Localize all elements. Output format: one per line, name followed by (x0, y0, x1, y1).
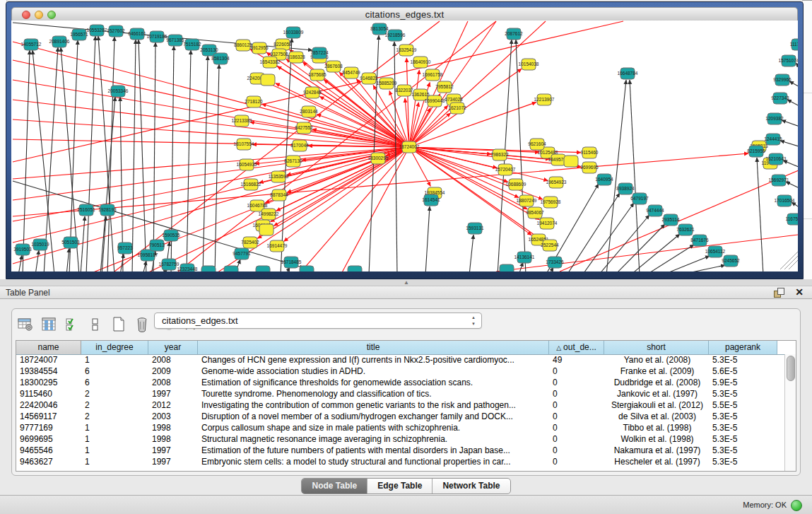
graph-node[interactable]: 3919503 (13, 244, 32, 255)
column-header-name[interactable]: name (16, 341, 81, 354)
graph-node[interactable]: 9242848 (303, 87, 322, 98)
graph-node[interactable]: 9854067 (526, 207, 544, 218)
cell-pagerank[interactable]: 5.3E-5 (709, 422, 777, 433)
graph-node[interactable]: 5051503 (61, 237, 80, 248)
column-header-title[interactable]: title (198, 341, 549, 354)
cell-title[interactable]: Corpus callosum shape and size in male p… (198, 422, 549, 433)
table-row-9115460[interactable]: 911546021997Tourette syndrome. Phenomeno… (16, 388, 785, 399)
cell-year[interactable]: 2008 (148, 377, 198, 388)
cell-year[interactable]: 1998 (148, 422, 198, 433)
cell-out_degree[interactable]: 0 (549, 411, 604, 422)
cell-short[interactable]: de Silva et al. (2003) (604, 411, 709, 422)
graph-node[interactable]: 1117533 (790, 39, 798, 50)
network-canvas[interactable]: 1872400788601238912955822605893275081654… (11, 21, 798, 271)
graph-node[interactable]: 1640954 (595, 174, 613, 185)
graph-node[interactable]: 2935114 (662, 214, 680, 226)
table-row-9463627[interactable]: 946362711997Embryonic stem cells: a mode… (16, 456, 785, 467)
graph-node[interactable]: 8427552 (295, 122, 313, 134)
cell-name[interactable]: 14569117 (16, 411, 81, 422)
graph-node[interactable]: 8860123 (234, 40, 252, 51)
cell-name[interactable]: 22420046 (16, 399, 81, 411)
graph-node[interactable] (300, 266, 314, 271)
graph-node[interactable]: 2718120 (245, 96, 263, 107)
graph-node[interactable]: 8454749 (342, 67, 360, 78)
cell-name[interactable]: 9699695 (16, 433, 81, 445)
graph-node[interactable]: 10719185 (147, 31, 167, 42)
graph-node[interactable] (564, 156, 578, 167)
cell-short[interactable]: Wolkin et al. (1998) (604, 433, 709, 445)
graph-node[interactable] (201, 266, 216, 271)
table-body[interactable]: 1872400712008Changes of HCN gene express… (16, 354, 785, 471)
cell-title[interactable]: Embryonic stem cells: a model to study s… (198, 456, 549, 467)
column-header-out_degree[interactable]: △out_de... (549, 341, 604, 354)
graph-node[interactable]: 7632621 (676, 224, 695, 235)
graph-node[interactable]: 20891406 (49, 36, 70, 47)
graph-node[interactable]: 9329966 (773, 74, 792, 86)
cell-pagerank[interactable]: 5.5E-5 (709, 399, 777, 411)
citation-network-graph[interactable]: 1872400788601238912955822605893275081654… (11, 21, 798, 271)
table-row-9699695[interactable]: 969969511998Structural magnetic resonanc… (16, 433, 785, 445)
graph-node[interactable]: 1956571 (70, 29, 88, 40)
cell-year[interactable]: 2008 (148, 354, 198, 366)
cell-year[interactable]: 1997 (148, 388, 198, 399)
graph-node[interactable]: 2803144 (300, 106, 318, 117)
graph-node[interactable]: 9115460 (581, 147, 599, 158)
cell-in_degree[interactable]: 1 (81, 456, 148, 467)
graph-node[interactable]: 8938924 (616, 183, 635, 194)
graph-node[interactable]: 1614541 (422, 194, 440, 206)
graph-node[interactable]: 9146821 (360, 73, 378, 84)
new-table-icon[interactable] (110, 315, 128, 334)
table-row-18300295[interactable]: 1830029562008Estimation of significance … (16, 377, 785, 388)
delete-table-icon[interactable] (133, 315, 151, 334)
cell-short[interactable]: Franke et al. (2009) (604, 366, 709, 377)
scrollbar-thumb[interactable] (787, 356, 795, 381)
cell-short[interactable]: Dudbridge et al. (2008) (604, 377, 709, 388)
table-row-22420046[interactable]: 2242004622012Investigating the contribut… (16, 399, 785, 411)
graph-node[interactable]: 1733426 (546, 257, 564, 268)
graph-node[interactable]: 9227343 (771, 93, 789, 104)
graph-node[interactable] (500, 264, 514, 271)
graph-node[interactable] (256, 266, 270, 271)
graph-node[interactable]: 8912955 (250, 42, 269, 54)
graph-node[interactable]: 8878344 (270, 189, 288, 201)
cell-in_degree[interactable]: 1 (81, 422, 148, 433)
splitter-grip-icon[interactable]: ▲ (404, 280, 409, 285)
graph-node[interactable]: 8581304 (211, 53, 230, 64)
column-header-in_degree[interactable]: in_degree (81, 341, 148, 354)
select-columns-icon[interactable] (40, 315, 58, 334)
cell-pagerank[interactable]: 5.3E-5 (709, 354, 777, 366)
cell-year[interactable]: 2009 (148, 366, 198, 377)
graph-node[interactable]: 2516051 (77, 204, 95, 216)
cell-out_degree[interactable]: 0 (549, 445, 604, 456)
cell-out_degree[interactable]: 0 (549, 388, 604, 399)
graph-node[interactable]: 15692971 (769, 175, 789, 186)
cell-title[interactable]: Disruption of a novel member of a sodium… (198, 411, 549, 422)
cell-in_degree[interactable]: 1 (81, 445, 148, 456)
graph-node[interactable]: 6479197 (630, 193, 649, 204)
cell-out_degree[interactable]: 0 (549, 456, 604, 467)
graph-node[interactable]: 15751074 (779, 55, 798, 66)
graph-node[interactable] (224, 266, 238, 271)
cell-title[interactable]: Structural magnetic resonance image aver… (198, 433, 549, 445)
clear-selection-icon[interactable] (86, 315, 105, 334)
graph-node[interactable]: 19218596 (385, 30, 406, 41)
graph-node[interactable]: 10688609 (506, 179, 526, 190)
graph-node[interactable]: 18807249 (517, 195, 537, 206)
cell-year[interactable]: 1997 (148, 445, 198, 456)
graph-node[interactable]: 9245652 (722, 255, 740, 267)
table-row-18724007[interactable]: 1872400712008Changes of HCN gene express… (16, 354, 785, 366)
graph-node[interactable]: 7955812 (435, 81, 454, 93)
graph-node[interactable] (261, 74, 275, 86)
cell-year[interactable]: 1997 (148, 456, 198, 467)
graph-node[interactable] (259, 224, 273, 235)
graph-node[interactable]: 10553287 (87, 25, 107, 36)
select-rows-check-icon[interactable] (63, 315, 81, 334)
graph-node[interactable]: 1244415 (764, 134, 782, 145)
graph-node[interactable]: 8471676 (690, 235, 709, 246)
close-panel-icon[interactable]: ✕ (795, 286, 804, 298)
graph-node[interactable]: 14136141 (514, 252, 535, 263)
cell-pagerank[interactable]: 5.3E-5 (709, 388, 777, 399)
cell-pagerank[interactable]: 5.3E-5 (709, 456, 777, 467)
cell-short[interactable]: Yano et al. (2008) (604, 354, 709, 366)
cell-year[interactable]: 1998 (148, 433, 198, 445)
